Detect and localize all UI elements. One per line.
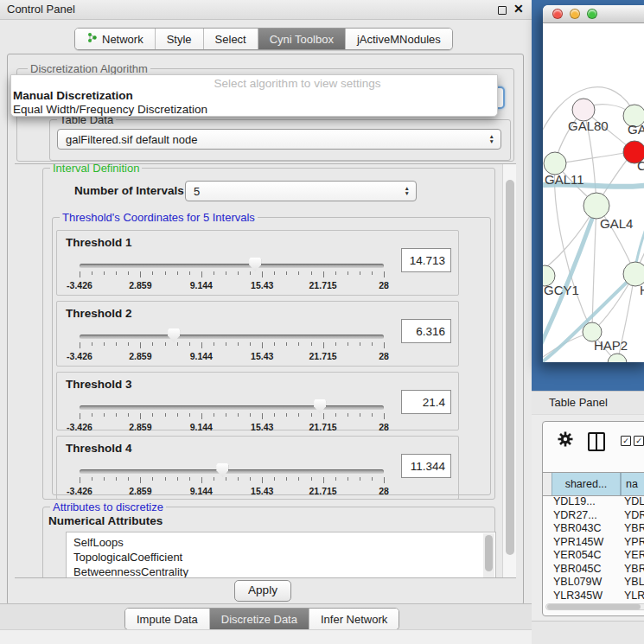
attribute-list-item[interactable]: TopologicalCoefficient bbox=[73, 551, 182, 564]
tick-mark bbox=[262, 271, 263, 277]
threshold-value-field[interactable]: 14.713 bbox=[401, 248, 451, 272]
vertical-scrollbar[interactable] bbox=[502, 164, 516, 577]
tab-discretize-data[interactable]: Discretize Data bbox=[210, 609, 309, 629]
threshold-value-field[interactable]: 21.4 bbox=[401, 390, 451, 414]
network-canvas[interactable]: GAL80GACGAL11GAL4GCY1HHAP2 bbox=[543, 23, 644, 362]
tick-mark bbox=[274, 342, 275, 346]
column-header-shared-name[interactable]: shared... bbox=[552, 473, 621, 495]
tick-mark bbox=[80, 477, 80, 483]
close-icon[interactable]: ✕ bbox=[513, 2, 524, 16]
popup-option-manual[interactable]: Manual Discretization bbox=[13, 89, 133, 102]
cell-name: YDR2 bbox=[624, 509, 644, 521]
tick-mark bbox=[348, 342, 348, 346]
tick-label: 21.715 bbox=[309, 422, 337, 432]
tab-select[interactable]: Select bbox=[204, 29, 258, 49]
split-view-icon[interactable] bbox=[588, 432, 605, 451]
slider-track[interactable] bbox=[80, 335, 384, 339]
apply-button[interactable]: Apply bbox=[234, 580, 291, 602]
tick-mark bbox=[165, 271, 166, 275]
threshold-slider[interactable]: -3.4262.8599.14415.4321.71528 bbox=[80, 257, 384, 291]
threshold-value-field[interactable]: 11.344 bbox=[401, 454, 451, 478]
combo-value: galFiltered.sif default node bbox=[66, 133, 197, 146]
cell-name: YBL0 bbox=[624, 576, 644, 588]
attribute-list-item[interactable]: BetweennessCentrality bbox=[73, 565, 188, 578]
network-node[interactable] bbox=[583, 193, 609, 219]
table-row[interactable]: YBL079WYBL0 bbox=[543, 576, 644, 590]
horizontal-scrollbar[interactable] bbox=[545, 603, 644, 610]
tick-mark bbox=[250, 413, 251, 417]
zoom-traffic-light-icon[interactable] bbox=[587, 9, 597, 19]
tab-network[interactable]: Network bbox=[75, 29, 156, 49]
num-intervals-combobox[interactable]: 5 ▲▼ bbox=[185, 181, 417, 201]
slider-track[interactable] bbox=[80, 405, 384, 410]
tick-label: 15.43 bbox=[251, 351, 273, 361]
slider-thumb[interactable] bbox=[168, 328, 180, 342]
tab-infer-network[interactable]: Infer Network bbox=[309, 609, 399, 629]
tick-mark bbox=[262, 477, 263, 483]
slider-track[interactable] bbox=[80, 469, 384, 474]
tick-mark bbox=[372, 477, 373, 481]
checkbox-icon[interactable]: ✓ bbox=[634, 436, 644, 446]
threshold-slider[interactable]: -3.4262.8599.14415.4321.71528 bbox=[80, 462, 384, 497]
table-row[interactable]: YLR345WYLR3 bbox=[543, 590, 644, 603]
node-label: HAP2 bbox=[594, 338, 628, 353]
tab-cyni-toolbox[interactable]: Cyni Toolbox bbox=[258, 29, 346, 49]
tick-mark bbox=[372, 271, 373, 275]
minimize-traffic-light-icon[interactable] bbox=[570, 9, 580, 19]
network-window-titlebar[interactable] bbox=[543, 5, 644, 23]
tick-mark bbox=[250, 271, 251, 275]
close-traffic-light-icon[interactable] bbox=[552, 9, 563, 19]
tab-label: jActiveMNodules bbox=[357, 33, 441, 46]
float-window-icon[interactable] bbox=[498, 6, 507, 15]
tick-mark bbox=[372, 342, 373, 346]
table-row[interactable]: YPR145WYPR1 bbox=[543, 536, 644, 550]
table-data-combobox[interactable]: galFiltered.sif default node ▲▼ bbox=[57, 129, 501, 150]
threshold-slider[interactable]: -3.4262.8599.14415.4321.71528 bbox=[80, 328, 384, 362]
tick-mark bbox=[80, 342, 80, 348]
checkbox-icon[interactable]: ✓ bbox=[621, 436, 631, 446]
table-row[interactable]: YER054CYER0 bbox=[543, 549, 644, 563]
stepper-arrows-icon: ▲▼ bbox=[489, 134, 494, 144]
popup-option-equal-width[interactable]: Equal Width/Frequency Discretization bbox=[13, 103, 207, 116]
network-edge[interactable] bbox=[554, 163, 592, 332]
column-header-name[interactable]: na bbox=[621, 473, 644, 495]
threshold-value-field[interactable]: 6.316 bbox=[401, 319, 451, 343]
tick-mark bbox=[104, 271, 105, 275]
gear-icon[interactable] bbox=[557, 430, 574, 448]
cell-name: YDL1 bbox=[624, 495, 644, 507]
tab-impute-data[interactable]: Impute Data bbox=[125, 609, 210, 629]
tick-mark bbox=[104, 477, 105, 481]
threshold-slider[interactable]: -3.4262.8599.14415.4321.71528 bbox=[80, 399, 384, 433]
slider-track[interactable] bbox=[80, 264, 384, 268]
table-row[interactable]: YDR27...YDR2 bbox=[543, 509, 644, 523]
tick-mark bbox=[189, 271, 190, 275]
tab-label: Discretize Data bbox=[221, 613, 297, 626]
slider-thumb[interactable] bbox=[314, 399, 326, 413]
cell-name: YBR0 bbox=[624, 563, 644, 575]
cell-name: YPR1 bbox=[624, 536, 644, 548]
table-row[interactable]: YDL19...YDL1 bbox=[543, 495, 644, 509]
tick-mark bbox=[189, 342, 190, 346]
tick-mark bbox=[116, 413, 117, 417]
attribute-list-item[interactable]: SelfLoops bbox=[73, 536, 124, 549]
tick-mark bbox=[384, 342, 385, 348]
scrollbar-thumb[interactable] bbox=[547, 604, 641, 609]
scrollbar-thumb[interactable] bbox=[506, 180, 514, 555]
node-label: GAL80 bbox=[568, 118, 609, 133]
tick-label: 28 bbox=[379, 486, 389, 496]
attributes-listbox[interactable]: SelfLoopsTopologicalCoefficientBetweenne… bbox=[66, 532, 496, 578]
slider-thumb[interactable] bbox=[249, 258, 261, 271]
network-icon bbox=[86, 32, 98, 46]
table-row[interactable]: YBR043CYBR0 bbox=[543, 522, 644, 536]
list-scrollbar[interactable] bbox=[483, 533, 494, 578]
threshold-label: Threshold 2 bbox=[66, 307, 132, 320]
tab-jactivemnodules[interactable]: jActiveMNodules bbox=[346, 29, 452, 49]
scrollbar-thumb[interactable] bbox=[485, 535, 493, 571]
tab-label: Infer Network bbox=[321, 613, 387, 626]
table-row[interactable]: YBR045CYBR0 bbox=[543, 563, 644, 577]
tick-mark bbox=[311, 271, 312, 275]
slider-thumb[interactable] bbox=[216, 463, 228, 477]
network-edge[interactable] bbox=[555, 152, 633, 163]
tick-mark bbox=[226, 342, 226, 346]
tab-style[interactable]: Style bbox=[156, 29, 204, 49]
